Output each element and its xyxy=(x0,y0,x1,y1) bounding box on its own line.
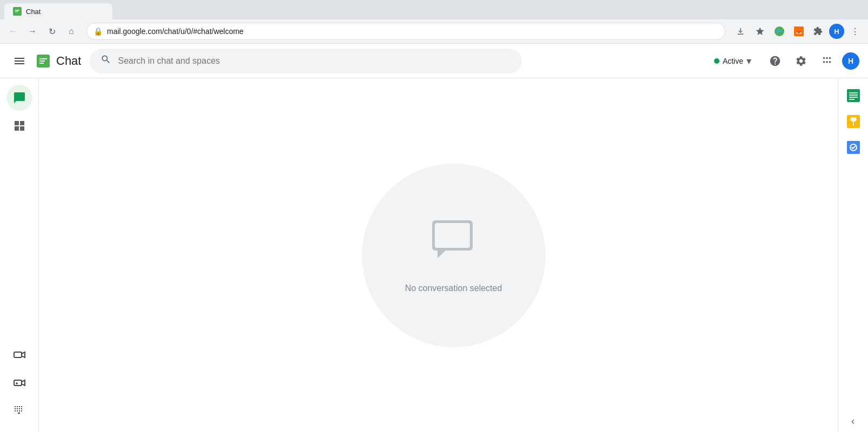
svg-rect-2 xyxy=(14,352,22,357)
bookmark-button[interactable] xyxy=(751,23,769,40)
expand-panel-button[interactable] xyxy=(838,411,868,432)
address-bar[interactable]: 🔒 mail.google.com/chat/u/0/#chat/welcome xyxy=(86,23,725,40)
extensions-button[interactable] xyxy=(810,23,827,40)
empty-state: No conversation selected xyxy=(362,164,546,347)
home-button[interactable]: ⌂ xyxy=(63,23,80,40)
app-logo xyxy=(37,55,50,68)
lock-icon: 🔒 xyxy=(93,27,103,36)
tasks-button[interactable] xyxy=(843,137,864,158)
app-container: Chat Active ▾ H xyxy=(0,44,868,432)
active-status-button[interactable]: Active ▾ xyxy=(705,51,760,71)
spaces-nav-button[interactable] xyxy=(6,113,32,139)
reload-button[interactable]: ↻ xyxy=(43,23,60,40)
search-bar[interactable] xyxy=(90,49,522,73)
svg-rect-10 xyxy=(849,99,854,100)
app-header: Chat Active ▾ H xyxy=(0,44,868,78)
svg-rect-5 xyxy=(435,223,470,248)
app-title: Chat xyxy=(56,54,81,68)
header-right: Active ▾ H xyxy=(705,50,859,72)
tab-title: Chat xyxy=(26,8,41,16)
browser-toolbar: ← → ↻ ⌂ 🔒 mail.google.com/chat/u/0/#chat… xyxy=(0,19,868,43)
search-input[interactable] xyxy=(118,56,511,66)
browser-profile[interactable]: H xyxy=(829,24,844,39)
tab-bar: Chat xyxy=(0,0,868,19)
header-left: Chat xyxy=(9,50,81,72)
browser-actions: 🐦 🦊 H ⋮ xyxy=(732,23,864,40)
active-dot xyxy=(714,58,719,64)
browser-chrome: Chat ← → ↻ ⌂ 🔒 mail.google.com/chat/u/0/… xyxy=(0,0,868,44)
dial-nav-button[interactable] xyxy=(6,398,32,424)
active-label: Active xyxy=(723,57,743,65)
search-icon xyxy=(100,54,111,68)
chevron-down-icon: ▾ xyxy=(746,55,751,67)
url-text: mail.google.com/chat/u/0/#chat/welcome xyxy=(107,27,244,36)
browser-more-button[interactable]: ⋮ xyxy=(846,23,864,40)
nav-rail-bottom xyxy=(6,342,32,428)
help-button[interactable] xyxy=(764,50,786,72)
download-button[interactable] xyxy=(732,23,749,40)
keep-button[interactable] xyxy=(843,111,864,132)
extension-bird-button[interactable]: 🐦 xyxy=(771,23,788,40)
empty-chat-icon xyxy=(427,218,481,268)
nav-rail-top xyxy=(6,48,32,342)
empty-state-text: No conversation selected xyxy=(405,284,502,293)
extension-fox-button[interactable]: 🦊 xyxy=(790,23,808,40)
svg-rect-12 xyxy=(853,122,854,126)
back-button[interactable]: ← xyxy=(4,23,22,40)
nav-rail xyxy=(0,44,39,432)
svg-rect-9 xyxy=(849,97,858,98)
sheets-button[interactable] xyxy=(843,85,864,106)
user-avatar[interactable]: H xyxy=(842,52,859,70)
menu-button[interactable] xyxy=(9,50,30,72)
right-panel xyxy=(838,78,868,432)
chat-nav-button[interactable] xyxy=(6,85,32,111)
svg-rect-8 xyxy=(849,94,858,96)
main-content: No conversation selected xyxy=(39,78,868,432)
svg-rect-3 xyxy=(14,380,22,386)
active-tab[interactable]: Chat xyxy=(4,3,112,19)
tab-favicon xyxy=(13,7,22,16)
google-apps-button[interactable] xyxy=(816,50,838,72)
new-meeting-nav-button[interactable] xyxy=(6,370,32,396)
forward-button[interactable]: → xyxy=(24,23,41,40)
meet-nav-button[interactable] xyxy=(6,342,32,368)
empty-state-circle: No conversation selected xyxy=(362,164,546,347)
svg-rect-7 xyxy=(849,92,858,93)
settings-button[interactable] xyxy=(790,50,812,72)
